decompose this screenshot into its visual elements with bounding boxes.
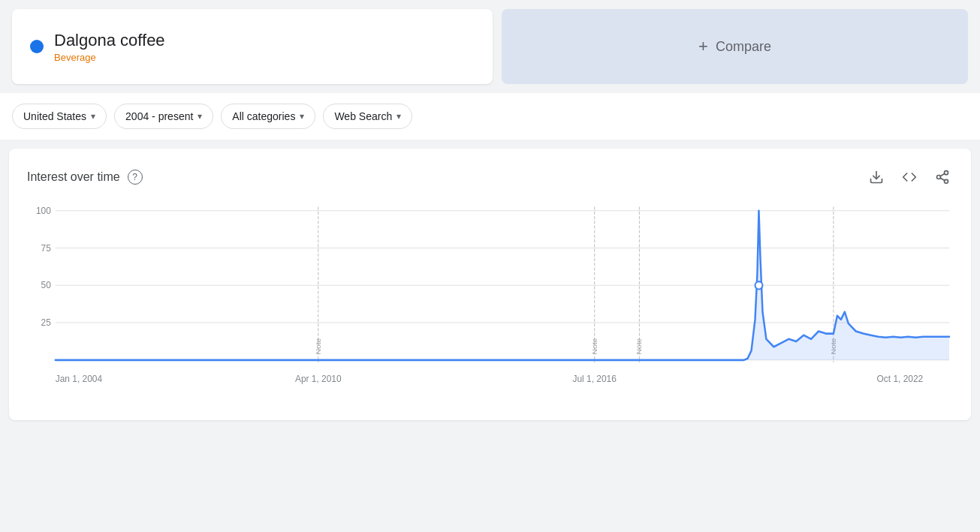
compare-card[interactable]: + Compare — [502, 9, 968, 84]
term-card: Dalgona coffee Beverage — [12, 9, 493, 84]
term-text: Dalgona coffee Beverage — [54, 31, 165, 63]
download-icon — [869, 170, 884, 185]
embed-icon — [902, 170, 917, 185]
location-chevron-icon: ▾ — [91, 111, 95, 122]
time-chevron-icon: ▾ — [198, 111, 202, 122]
search-type-chevron-icon: ▾ — [397, 111, 401, 122]
search-type-filter[interactable]: Web Search ▾ — [323, 104, 412, 129]
term-category: Beverage — [54, 52, 165, 63]
plus-icon: + — [698, 37, 708, 56]
help-icon[interactable]: ? — [128, 170, 143, 185]
chart-header: Interest over time ? — [27, 167, 953, 188]
time-label: 2004 - present — [125, 110, 193, 122]
location-filter[interactable]: United States ▾ — [12, 104, 107, 129]
svg-text:Oct 1, 2022: Oct 1, 2022 — [877, 374, 924, 384]
chart-section: Interest over time ? — [9, 149, 971, 420]
time-filter[interactable]: 2004 - present ▾ — [114, 104, 213, 129]
category-chevron-icon: ▾ — [300, 111, 304, 122]
svg-text:Note: Note — [314, 338, 322, 354]
svg-text:Note: Note — [590, 338, 599, 354]
svg-line-5 — [940, 173, 945, 176]
chart-svg: 100 75 50 25 Note Note Note Note — [27, 195, 953, 405]
chart-title: Interest over time — [27, 170, 120, 184]
share-icon — [935, 170, 950, 185]
svg-text:Jul 1, 2016: Jul 1, 2016 — [573, 374, 617, 384]
term-name: Dalgona coffee — [54, 31, 165, 50]
svg-text:75: 75 — [41, 242, 51, 253]
svg-text:50: 50 — [41, 280, 51, 290]
chart-actions — [866, 167, 953, 188]
embed-button[interactable] — [899, 167, 920, 188]
category-filter[interactable]: All categories ▾ — [221, 104, 315, 129]
category-label: All categories — [232, 110, 295, 122]
svg-text:100: 100 — [36, 206, 51, 216]
svg-text:Apr 1, 2010: Apr 1, 2010 — [295, 374, 342, 384]
svg-text:25: 25 — [41, 317, 51, 328]
chart-title-group: Interest over time ? — [27, 170, 143, 185]
download-button[interactable] — [866, 167, 887, 188]
svg-text:Note: Note — [635, 338, 644, 354]
term-dot — [30, 40, 44, 53]
share-button[interactable] — [932, 167, 953, 188]
data-point-marker — [755, 281, 762, 289]
filters-bar: United States ▾ 2004 - present ▾ All cat… — [0, 93, 980, 140]
svg-text:Jan 1, 2004: Jan 1, 2004 — [56, 374, 103, 384]
compare-label: Compare — [716, 39, 771, 55]
svg-line-4 — [940, 178, 945, 180]
chart-container: 100 75 50 25 Note Note Note Note — [27, 195, 953, 405]
top-section: Dalgona coffee Beverage + Compare — [0, 0, 980, 84]
search-type-label: Web Search — [334, 110, 392, 122]
location-label: United States — [23, 110, 86, 122]
